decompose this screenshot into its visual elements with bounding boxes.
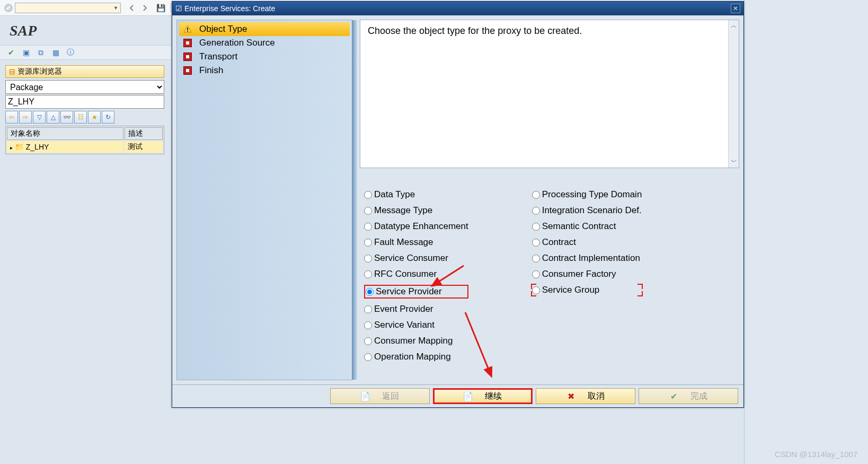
save-icon[interactable]: 💾 (155, 2, 166, 14)
watermark: CSDN @1314lay_1007 (775, 450, 857, 459)
col-object-name: 对象名称 (7, 127, 123, 140)
radio-label: Service Variant (374, 320, 435, 330)
nav-back-button[interactable] (126, 2, 138, 14)
refresh-button[interactable]: ↻ (102, 111, 114, 124)
radio-data-type[interactable]: Data Type (364, 189, 468, 200)
cancel-button[interactable]: ✖ 取消 (536, 388, 635, 404)
radio-input[interactable] (532, 223, 540, 231)
finish-button[interactable]: ✔ 完成 (639, 388, 738, 404)
cancel-icon: ✖ (566, 392, 575, 400)
radio-input[interactable] (364, 270, 372, 278)
wizard-nav: Object Type Generation Source Transport … (176, 20, 352, 380)
radio-input[interactable] (532, 207, 540, 215)
tree-button[interactable]: ☷ (74, 111, 87, 124)
wizard-step-finish[interactable]: Finish (179, 64, 350, 77)
dialog-footer: 📄 返回 📄 继续 ✖ 取消 ✔ 完成 (172, 384, 743, 407)
repository-browser: ⊟ 资源库浏览器 Package ⇦ ⇨ ▽ △ 👓 ☷ ★ ↻ 对象名称 描述… (5, 65, 164, 154)
radio-input[interactable] (364, 337, 372, 345)
radio-label: Semantic Contract (542, 221, 616, 232)
nav-forward-button[interactable] (139, 2, 150, 14)
radio-service-group[interactable]: Service Group (532, 285, 642, 295)
paste-icon[interactable]: ▦ (50, 47, 61, 58)
radio-semantic-contract[interactable]: Semantic Contract (532, 221, 642, 232)
radio-input[interactable] (532, 239, 540, 247)
radio-datatype-enhancement[interactable]: Datatype Enhancement (364, 221, 468, 232)
cell-desc: 测试 (125, 141, 163, 153)
expand-button[interactable]: △ (47, 111, 59, 124)
scroll-up-icon[interactable]: ︿ (731, 21, 737, 30)
copy-icon[interactable]: ⧉ (35, 47, 47, 58)
wizard-step-transport[interactable]: Transport (179, 50, 350, 64)
page-back-icon: 📄 (361, 392, 369, 400)
radio-input[interactable] (364, 239, 372, 247)
status-ok-icon (4, 4, 13, 12)
table-row[interactable]: ▸ 📁 Z_LHY 测试 (7, 141, 163, 153)
repo-title: 资源库浏览器 (17, 67, 62, 76)
instruction-scrollbar[interactable]: ︿ ﹀ (728, 20, 739, 168)
radio-input[interactable] (364, 353, 372, 361)
radio-input[interactable] (364, 305, 372, 313)
radio-input[interactable] (364, 255, 372, 262)
radio-input[interactable] (532, 270, 540, 278)
radio-label: Service Consumer (374, 253, 448, 264)
radio-input[interactable] (532, 255, 540, 262)
package-input[interactable] (5, 95, 164, 109)
radio-consumer-factory[interactable]: Consumer Factory (532, 269, 642, 279)
radio-input[interactable] (366, 288, 374, 296)
wizard-step-object-type[interactable]: Object Type (179, 22, 350, 36)
radio-input[interactable] (532, 191, 540, 199)
radio-service-consumer[interactable]: Service Consumer (364, 253, 468, 264)
radio-input[interactable] (364, 223, 372, 231)
back-button[interactable]: 📄 返回 (330, 388, 430, 404)
repo-toolbar: ⇦ ⇨ ▽ △ 👓 ☷ ★ ↻ (5, 111, 164, 124)
radio-contract[interactable]: Contract (532, 237, 642, 248)
radio-fault-message[interactable]: Fault Message (364, 237, 468, 248)
radio-service-variant[interactable]: Service Variant (364, 320, 468, 330)
radio-label: Fault Message (374, 237, 433, 248)
continue-label: 继续 (485, 391, 502, 402)
radio-event-provider[interactable]: Event Provider (364, 304, 468, 314)
radio-input[interactable] (364, 207, 372, 215)
page-next-icon: 📄 (464, 392, 472, 400)
step-label: Finish (199, 65, 223, 76)
execute-icon[interactable]: ✔ (5, 47, 17, 58)
step-label: Object Type (199, 24, 247, 34)
nav-right-button[interactable]: ⇨ (19, 111, 32, 124)
stop-icon (183, 52, 192, 61)
wizard-step-generation-source[interactable]: Generation Source (179, 36, 350, 50)
radio-input[interactable] (364, 191, 372, 199)
col-description: 描述 (125, 127, 163, 140)
repo-type-select[interactable]: Package (5, 80, 164, 94)
warning-icon (183, 25, 192, 33)
radio-operation-mapping[interactable]: Operation Mapping (364, 352, 468, 362)
filter-button[interactable]: ▽ (33, 111, 46, 124)
stop-icon (183, 39, 192, 47)
radio-input[interactable] (364, 321, 372, 329)
create-icon[interactable]: ▣ (20, 47, 32, 58)
radio-service-provider[interactable]: Service Provider (366, 286, 467, 297)
radio-rfc-consumer[interactable]: RFC Consumer (364, 269, 468, 279)
favorite-button[interactable]: ★ (88, 111, 101, 124)
chevron-down-icon: ▼ (113, 5, 118, 11)
repo-tree-table: 对象名称 描述 ▸ 📁 Z_LHY 测试 (5, 126, 164, 154)
window-icon: ☑ (175, 4, 182, 13)
radio-label: Operation Mapping (374, 352, 451, 362)
cancel-label: 取消 (588, 391, 605, 402)
scroll-down-icon[interactable]: ﹀ (731, 157, 737, 167)
dialog-title-bar[interactable]: ☑ Enterprise Services: Create ✕ (172, 2, 743, 15)
radio-label: Consumer Factory (542, 269, 616, 279)
radio-integration-scenario-def-[interactable]: Integration Scenario Def. (532, 205, 642, 216)
radio-processing-type-domain[interactable]: Processing Type Domain (532, 189, 642, 200)
close-button[interactable]: ✕ (731, 4, 740, 13)
continue-button[interactable]: 📄 继续 (433, 388, 533, 404)
search-button[interactable]: 👓 (60, 111, 73, 124)
radio-message-type[interactable]: Message Type (364, 205, 468, 216)
cell-name: Z_LHY (26, 143, 49, 151)
radio-consumer-mapping[interactable]: Consumer Mapping (364, 336, 468, 346)
info-icon[interactable]: ⓘ (65, 47, 76, 58)
command-field[interactable]: ▼ (15, 3, 121, 13)
radio-contract-implementation[interactable]: Contract Implementation (532, 253, 642, 264)
radio-label: Processing Type Domain (542, 189, 642, 200)
nav-left-button[interactable]: ⇦ (5, 111, 18, 124)
dialog-title: Enterprise Services: Create (184, 4, 275, 13)
